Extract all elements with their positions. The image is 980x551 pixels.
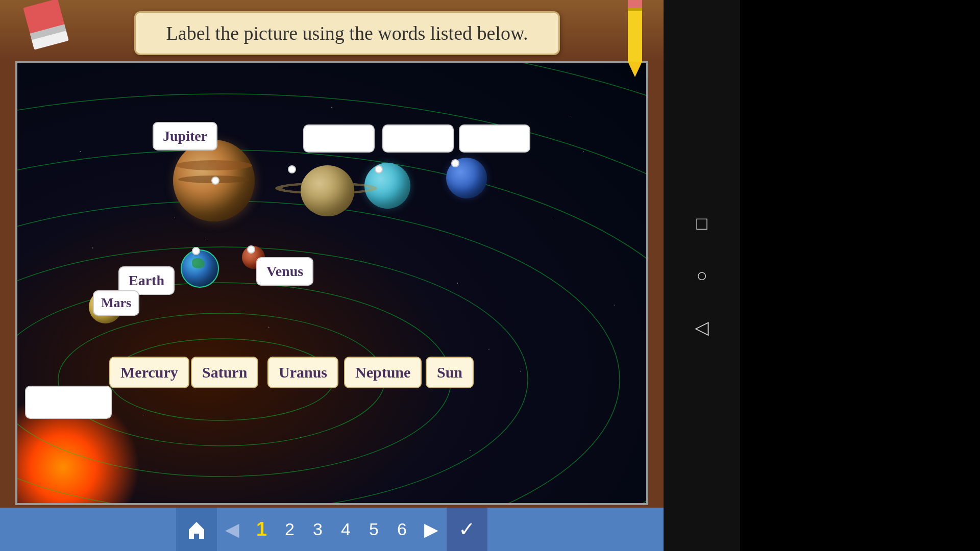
page-4[interactable]: 4 [332, 508, 360, 551]
wood-top-bar: Label the picture using the words listed… [0, 0, 664, 61]
dot-jupiter [211, 177, 219, 185]
next-button[interactable]: ▶ [416, 508, 447, 551]
word-bank-saturn[interactable]: Saturn [191, 357, 258, 388]
bottom-navigation: ◀ 1 2 3 4 5 6 ▶ ✓ [0, 508, 664, 551]
check-button[interactable]: ✓ [447, 508, 487, 551]
pencil-decoration [628, 0, 643, 66]
page-5[interactable]: 5 [360, 508, 388, 551]
mars-label[interactable]: Venus [256, 257, 313, 286]
dot-uranus [375, 165, 383, 173]
empty-label-bottom[interactable] [25, 386, 112, 419]
dot-earth [192, 247, 200, 255]
space-area: Jupiter Earth Mars Venus Mercury Saturn … [15, 61, 648, 505]
page-3[interactable]: 3 [304, 508, 332, 551]
empty-label-3[interactable] [459, 124, 530, 153]
word-bank-neptune[interactable]: Neptune [344, 357, 422, 388]
dot-neptune [451, 159, 459, 167]
earth-planet [181, 249, 219, 288]
main-area: Label the picture using the words listed… [0, 0, 664, 551]
dot-mars [247, 245, 255, 254]
eraser-decoration [28, 3, 66, 51]
page-1[interactable]: 1 [248, 508, 276, 551]
word-bank-uranus[interactable]: Uranus [267, 357, 338, 388]
home-button[interactable] [176, 508, 217, 551]
circle-icon[interactable]: ○ [696, 265, 707, 286]
instruction-banner: Label the picture using the words listed… [134, 11, 560, 55]
right-sidebar: □ ○ ◁ [664, 0, 740, 551]
word-bank-sun[interactable]: Sun [426, 357, 474, 388]
prev-button[interactable]: ◀ [217, 508, 248, 551]
page-6[interactable]: 6 [388, 508, 416, 551]
back-icon[interactable]: ◁ [695, 317, 709, 338]
dot-saturn [288, 165, 296, 173]
empty-label-1[interactable] [303, 124, 375, 153]
page-2[interactable]: 2 [276, 508, 304, 551]
empty-label-2[interactable] [382, 124, 454, 153]
instruction-text: Label the picture using the words listed… [166, 22, 528, 44]
square-icon[interactable]: □ [696, 213, 707, 234]
venus-label[interactable]: Mars [93, 290, 139, 316]
jupiter-label[interactable]: Jupiter [153, 122, 217, 151]
word-bank-mercury[interactable]: Mercury [109, 357, 189, 388]
